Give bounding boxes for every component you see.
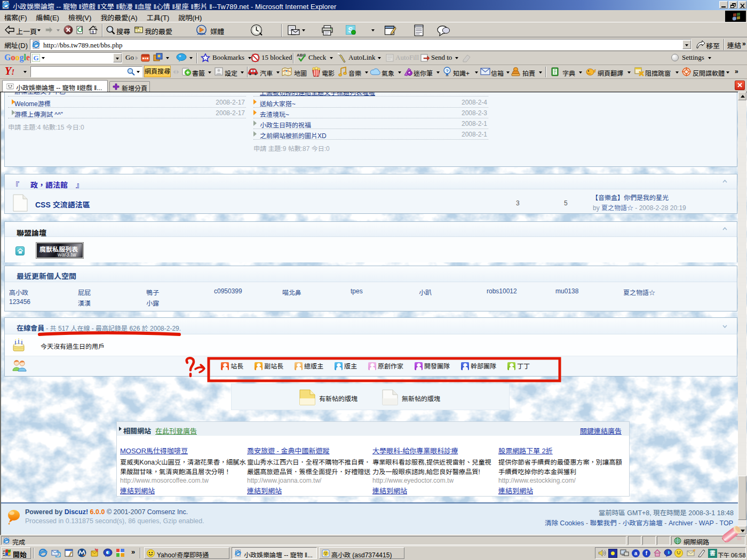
svg-text:”: ” [179, 54, 181, 60]
